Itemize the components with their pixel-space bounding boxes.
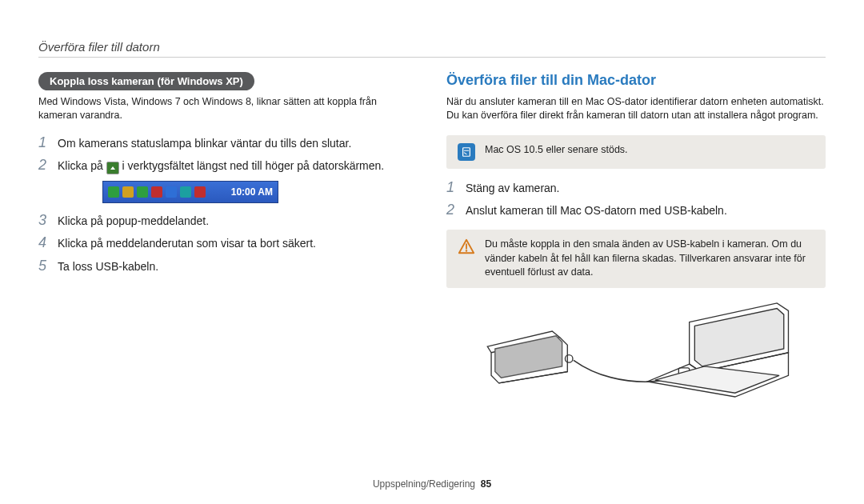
step-number: 3 (38, 213, 50, 229)
step-number: 1 (38, 135, 50, 151)
note-text: Mac OS 10.5 eller senare stöds. (485, 143, 628, 158)
step2-prefix: Klicka på (58, 159, 106, 172)
step-text: Stäng av kameran. (466, 180, 560, 196)
windows-steps-list-cont: 3 Klicka på popup-meddelandet. 4 Klicka … (38, 213, 414, 274)
mac-section-heading: Överföra filer till din Mac-dator (446, 72, 826, 89)
tray-icon (180, 186, 191, 198)
page-footer: Uppspelning/Redigering 85 (0, 478, 864, 490)
right-intro: När du ansluter kameran till en Mac OS-d… (446, 95, 826, 122)
svg-point-2 (466, 250, 467, 252)
tray-icon (137, 186, 148, 198)
step-number: 2 (38, 158, 50, 174)
tray-icon (151, 186, 162, 198)
mac-steps-list: 1 Stäng av kameran. 2 Anslut kameran til… (446, 180, 826, 219)
step-text: Klicka på meddelanderutan som visar ta b… (58, 235, 316, 251)
subsection-pill: Koppla loss kameran (för Windows XP) (38, 72, 254, 90)
safely-remove-hardware-icon (106, 162, 119, 174)
windows-steps-list: 1 Om kamerans statuslampa blinkar väntar… (38, 135, 414, 174)
warning-icon (458, 238, 475, 255)
right-column: Överföra filer till din Mac-dator När du… (446, 72, 826, 398)
step-text: Klicka på i verktygsfältet längst ned ti… (58, 158, 384, 174)
step-text: Om kamerans statuslampa blinkar väntar d… (58, 135, 351, 151)
step-text: Klicka på popup-meddelandet. (58, 213, 209, 229)
note-callout: Mac OS 10.5 eller senare stöds. (446, 135, 826, 169)
step-number: 4 (38, 235, 50, 251)
tray-icon (122, 186, 134, 198)
step-number: 2 (446, 202, 458, 218)
list-item: 4 Klicka på meddelanderutan som visar ta… (38, 235, 414, 251)
windows-taskbar-systray: 10:00 AM (102, 181, 278, 203)
list-item: 5 Ta loss USB-kabeln. (38, 258, 414, 274)
camera-to-laptop-illustration (446, 299, 826, 398)
page-number: 85 (481, 478, 491, 490)
svg-point-3 (565, 354, 573, 362)
note-icon (458, 143, 475, 161)
footer-section: Uppspelning/Redigering (373, 478, 475, 490)
list-item: 1 Stäng av kameran. (446, 180, 826, 196)
left-column: Koppla loss kameran (för Windows XP) Med… (38, 72, 414, 398)
list-item: 1 Om kamerans statuslampa blinkar väntar… (38, 135, 414, 151)
list-item: 3 Klicka på popup-meddelandet. (38, 213, 414, 229)
list-item: 2 Anslut kameran till Mac OS-datorn med … (446, 202, 826, 218)
page-header-title: Överföra filer till datorn (38, 40, 826, 54)
tray-icon (194, 186, 206, 198)
two-column-layout: Koppla loss kameran (för Windows XP) Med… (38, 72, 826, 398)
header-rule (38, 57, 826, 58)
step-text: Ta loss USB-kabeln. (58, 258, 158, 274)
tray-icon (166, 186, 177, 198)
warning-callout: Du måste koppla in den smala änden av US… (446, 230, 826, 288)
step-number: 1 (446, 180, 458, 196)
step2-suffix: i verktygsfältet längst ned till höger p… (122, 159, 385, 172)
svg-rect-0 (463, 148, 470, 157)
step-number: 5 (38, 258, 50, 274)
step-text: Anslut kameran till Mac OS-datorn med US… (466, 202, 727, 218)
tray-icon (108, 186, 119, 198)
warning-text: Du måste koppla in den smala änden av US… (485, 238, 814, 280)
list-item: 2 Klicka på i verktygsfältet längst ned … (38, 158, 414, 174)
taskbar-clock: 10:00 AM (231, 186, 273, 198)
left-intro: Med Windows Vista, Windows 7 och Windows… (38, 95, 414, 122)
